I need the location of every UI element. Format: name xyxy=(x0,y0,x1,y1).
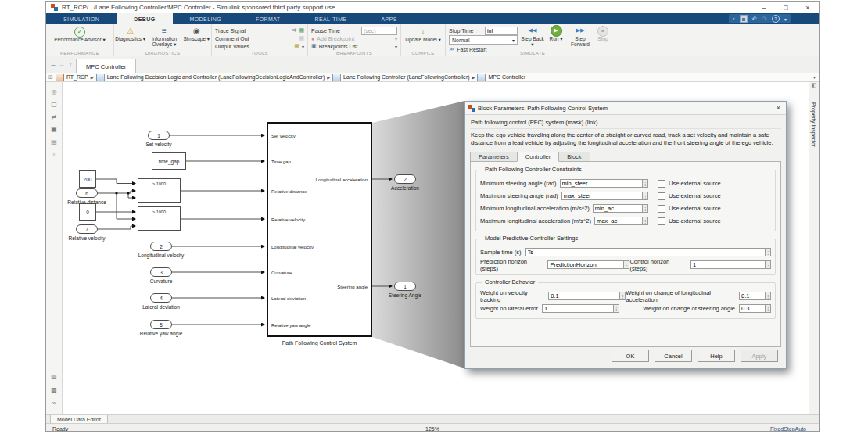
help-icon[interactable]: ? xyxy=(772,15,780,23)
value-source-button[interactable]: ⋮ xyxy=(620,292,626,300)
inport-6[interactable]: 6 xyxy=(76,188,98,198)
simulink-logo-icon xyxy=(51,4,58,11)
value-source-button[interactable]: ⋮ xyxy=(766,260,771,269)
dialog-close-icon[interactable]: × xyxy=(774,104,783,112)
switch-block-2[interactable]: > 1000 xyxy=(138,206,181,231)
weight-lateral-error-input[interactable] xyxy=(542,304,614,313)
comment-out-icon: ▦ xyxy=(299,35,304,41)
help-button[interactable]: Help xyxy=(698,350,735,362)
fit-to-view-icon[interactable]: ▢ xyxy=(46,101,62,108)
area-icon[interactable]: ▫ xyxy=(46,151,62,158)
update-model-icon: ↓ xyxy=(421,27,425,37)
pan-icon[interactable]: ⇄ xyxy=(46,113,62,120)
outport-2[interactable]: 2 xyxy=(394,174,416,184)
expand-palette-icon[interactable]: » xyxy=(46,400,62,407)
value-source-button[interactable]: ⋮ xyxy=(643,204,648,213)
qat-dropdown-icon[interactable]: ▾ xyxy=(784,16,787,22)
value-source-button[interactable]: ⋮ xyxy=(643,192,648,200)
dialog-title-bar[interactable]: Block Parameters: Path Following Control… xyxy=(465,102,786,115)
ok-button[interactable]: OK xyxy=(612,350,649,362)
minimize-button[interactable]: – xyxy=(753,2,775,13)
max-longitudinal-acceleration-input[interactable] xyxy=(594,217,643,225)
use-external-source-checkbox[interactable] xyxy=(658,180,665,188)
qat-collapse-icon[interactable]: ‹ xyxy=(733,16,735,23)
property-inspector-strip: ◧ Property Inspector xyxy=(809,82,819,414)
use-external-source-checkbox[interactable] xyxy=(658,192,665,200)
tab-modeling[interactable]: MODELING xyxy=(173,13,239,24)
browser-toggle-icon[interactable]: ⊞ xyxy=(48,74,53,81)
property-inspector-tab[interactable]: Property Inspector xyxy=(811,102,816,147)
time-gap-constant-block[interactable]: time_gap xyxy=(152,152,186,170)
inport-5[interactable]: 5 xyxy=(150,320,172,329)
property-inspector-icon[interactable]: ◧ xyxy=(809,82,819,88)
performance-advisor-button[interactable]: ✓ Performance Advisor ▾ xyxy=(52,25,107,42)
breadcrumb-dropdown-icon[interactable]: ▾ xyxy=(813,74,816,80)
breadcrumb-item-mpc-controller[interactable]: MPC Controller xyxy=(488,74,525,80)
value-source-button[interactable]: ⋮ xyxy=(766,248,771,256)
save-icon[interactable] xyxy=(740,15,748,23)
close-button[interactable]: × xyxy=(797,2,819,13)
viewmarks-icon[interactable]: ▥ xyxy=(46,373,62,380)
tab-debug[interactable]: DEBUG xyxy=(117,13,172,24)
inport-4[interactable]: 4 xyxy=(150,293,172,303)
simulation-mode-select[interactable]: Normal ▾ xyxy=(449,35,518,45)
port-label: Longitudinal acceleration xyxy=(316,178,368,182)
cancel-button[interactable]: Cancel xyxy=(655,350,692,362)
weight-change-longitudinal-acceleration-input[interactable] xyxy=(739,292,766,300)
tab-simulation[interactable]: SIMULATION xyxy=(46,13,117,24)
undo-icon[interactable]: ↶ xyxy=(752,16,758,23)
value-source-button[interactable]: ⋮ xyxy=(643,179,648,188)
constant-0-block[interactable]: 0 xyxy=(79,203,96,221)
breadcrumb-item-root[interactable]: RT_RCP xyxy=(66,74,88,80)
inport-1[interactable]: 1 xyxy=(148,131,170,140)
trace-signal-button[interactable]: Trace Signal ⇉ ▦ xyxy=(215,27,304,34)
redo-icon[interactable]: ↷ xyxy=(762,16,767,23)
breadcrumb-item-decision-logic[interactable]: Lane Following Decision Logic and Contro… xyxy=(107,74,325,80)
zoom-icon[interactable]: ◎ xyxy=(46,88,62,95)
annotation-icon[interactable]: ▣ xyxy=(46,126,62,133)
min-steering-angle-input[interactable] xyxy=(560,179,643,188)
outport-1[interactable]: 1 xyxy=(394,282,416,291)
value-source-button[interactable]: ⋮ xyxy=(614,304,619,313)
inport-7[interactable]: 7 xyxy=(76,224,98,234)
maximize-button[interactable]: □ xyxy=(775,2,797,13)
subsystem-badge-icon[interactable]: ▩ xyxy=(46,386,62,393)
value-source-button[interactable]: ⋮ xyxy=(766,292,771,300)
pause-time-input[interactable] xyxy=(361,27,397,35)
prediction-horizon-input[interactable] xyxy=(547,260,624,269)
image-icon[interactable]: ▤ xyxy=(46,138,62,145)
comment-out-button[interactable]: Comment Out ▦ xyxy=(215,34,304,42)
tab-format[interactable]: FORMAT xyxy=(239,13,297,24)
constant-200-block[interactable]: 200 xyxy=(79,170,96,188)
value-source-button[interactable]: ⋮ xyxy=(766,304,771,313)
breadcrumb-item-lane-following-controller[interactable]: Lane Following Controller (LaneFollowing… xyxy=(343,74,469,80)
stop-time-input[interactable] xyxy=(485,27,518,35)
use-external-source-checkbox[interactable] xyxy=(658,217,665,225)
sample-time-input[interactable] xyxy=(525,248,766,256)
tab-controller[interactable]: Controller xyxy=(517,152,560,162)
inport-1-label: Set velocity xyxy=(120,142,198,147)
control-horizon-input[interactable] xyxy=(690,260,766,269)
navigate-up-button[interactable]: ↑ xyxy=(66,59,75,69)
weight-velocity-tracking-input[interactable] xyxy=(548,292,620,300)
group-compile: ↓ Update Model ▾ COMPILE xyxy=(401,24,446,56)
add-breakpoint-button[interactable]: ● Add Breakpoint ▾ xyxy=(311,34,397,42)
value-source-button[interactable]: ⋮ xyxy=(624,260,629,269)
document-tab-mpc-controller[interactable]: MPC Controller xyxy=(76,59,136,74)
apply-button[interactable]: Apply xyxy=(741,350,778,362)
output-values-button[interactable]: Output Values ▦ ▾ xyxy=(215,42,304,50)
switch-block-1[interactable]: > 1000 xyxy=(138,178,181,203)
path-following-control-system-block[interactable]: Set velocity Time gap Relative distance … xyxy=(267,122,372,337)
use-external-source-checkbox[interactable] xyxy=(658,205,665,213)
breakpoints-list-button[interactable]: ▣ Breakpoints List ▾ xyxy=(311,42,397,50)
breadcrumb: ⊞ RT_RCP ▶ Lane Following Decision Logic… xyxy=(46,73,819,82)
max-steering-angle-input[interactable] xyxy=(561,192,643,200)
inport-2[interactable]: 2 xyxy=(150,242,172,251)
min-longitudinal-acceleration-input[interactable] xyxy=(593,204,643,213)
tab-apps[interactable]: APPS xyxy=(364,13,414,24)
tab-realtime[interactable]: REAL-TIME xyxy=(298,13,364,24)
update-model-button[interactable]: ↓ Update Model ▾ xyxy=(405,25,441,42)
inport-3[interactable]: 3 xyxy=(150,267,172,277)
weight-change-steering-angle-input[interactable] xyxy=(739,304,766,313)
value-source-button[interactable]: ⋮ xyxy=(643,217,648,225)
